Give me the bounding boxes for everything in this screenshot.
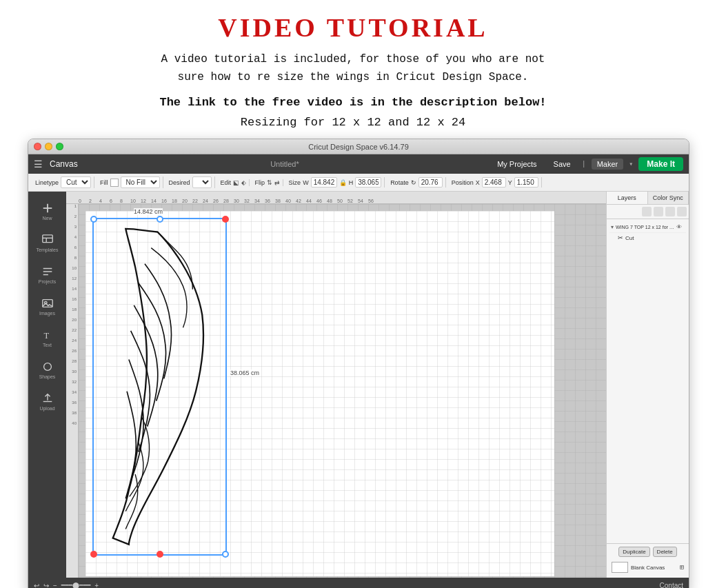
- right-panel-tabs: Layers Color Sync: [607, 192, 689, 205]
- title-bar: Cricut Design Space v6.14.79: [28, 139, 689, 154]
- layers-section: ▾ WING 7 TOP 12 x 12 for cri... 👁 ✂ Cut: [607, 219, 689, 245]
- cut-label: ✂ Cut: [609, 233, 686, 243]
- subtitle-text: A video tutorial is included, for those …: [28, 51, 678, 86]
- duplicate-btn[interactable]: Duplicate: [618, 547, 649, 557]
- panel-icon-3[interactable]: [665, 207, 675, 216]
- canvas-row: 1 2 3 4 6 8 10 12 14 16 18 20 22 24: [66, 204, 606, 578]
- make-it-btn[interactable]: Make It: [638, 157, 683, 171]
- wing-svg: [94, 221, 221, 549]
- sidebar-projects-tool[interactable]: Projects: [34, 261, 61, 288]
- toolbar: Linetype Cut Fill No Fill Desired Edit: [28, 174, 689, 192]
- menu-bar-left: ☰ Canvas: [34, 159, 78, 170]
- x-input[interactable]: 2.468: [482, 177, 506, 187]
- my-projects-btn[interactable]: My Projects: [492, 159, 542, 170]
- tab-title: Untitled*: [270, 160, 299, 168]
- dup-delete-btns: Duplicate Delete: [609, 547, 686, 557]
- layers-tab[interactable]: Layers: [607, 192, 648, 204]
- rotate-label: Rotate: [390, 179, 409, 186]
- minimize-button[interactable]: [45, 143, 52, 150]
- toolbar-fill: Fill No Fill: [97, 176, 163, 188]
- blank-canvas-label: Blank Canvas: [631, 565, 665, 571]
- eye-icon[interactable]: 👁: [676, 224, 682, 230]
- sidebar-new-tool[interactable]: New: [34, 197, 61, 225]
- sidebar-images-tool[interactable]: Images: [34, 292, 61, 320]
- workspace: New Templates Projects: [28, 192, 689, 578]
- save-btn[interactable]: Save: [548, 159, 576, 170]
- layer-1-name: WING 7 TOP 12 x 12 for cri...: [616, 225, 674, 230]
- svg-rect-2: [42, 234, 52, 242]
- zoom-in-btn[interactable]: +: [94, 582, 99, 588]
- title-bar-text: Cricut Design Space v6.14.79: [308, 143, 409, 151]
- color-sync-tab[interactable]: Color Sync: [648, 192, 689, 204]
- position-label: Position: [452, 179, 474, 186]
- toolbar-size: Size W 14.842 🔒 H 38.065: [286, 177, 385, 187]
- close-button[interactable]: [34, 143, 41, 150]
- desired-label: Desired: [169, 179, 190, 186]
- svg-text:T: T: [43, 331, 49, 341]
- rotate-input[interactable]: 20.76: [418, 177, 443, 187]
- layer-arrow-icon: ▾: [611, 224, 614, 230]
- toolbar-position: Position X 2.468 Y 1.150: [449, 177, 542, 187]
- page-container: VIDEO TUTORIAL A video tutorial is inclu…: [0, 0, 706, 588]
- zoom-out-btn[interactable]: −: [53, 582, 57, 588]
- redo-btn[interactable]: ↪: [43, 582, 49, 588]
- ruler-container: 0 2 4 6 8 10 12 14 16 18 20 22 24 26: [66, 192, 606, 578]
- bottom-bar: ↩ ↪ − ━━━⬤━━━ + Contact: [28, 578, 689, 588]
- delete-btn[interactable]: Delete: [653, 547, 677, 557]
- link-text: The link to the free video is in the des…: [28, 96, 678, 109]
- sidebar-templates-tool[interactable]: Templates: [34, 229, 61, 256]
- layer-item-1[interactable]: ▾ WING 7 TOP 12 x 12 for cri... 👁: [609, 222, 686, 233]
- menu-bar-right: My Projects Save | Maker ▾ Make It: [492, 157, 683, 171]
- menu-bar: ☰ Canvas Untitled* My Projects Save | Ma…: [28, 154, 689, 174]
- linetype-select[interactable]: Cut: [61, 176, 91, 188]
- size-label: Size: [289, 179, 301, 186]
- edit-label: Edit: [221, 179, 232, 186]
- cut-icon: ✂: [618, 234, 623, 241]
- svg-point-8: [43, 363, 51, 370]
- size-label-h: 14.842 cm: [134, 208, 163, 215]
- toolbar-edit: Edit ⬕ ⬖: [218, 179, 250, 186]
- flip-label: Flip: [255, 179, 265, 186]
- fill-label: Fill: [100, 179, 108, 186]
- panel-icon-2[interactable]: [654, 207, 663, 216]
- sidebar-text-tool[interactable]: T Text: [34, 324, 61, 352]
- undo-btn[interactable]: ↩: [34, 582, 39, 588]
- height-input[interactable]: 38.065: [355, 177, 381, 187]
- toolbar-rotate: Rotate ↻ 20.76: [387, 177, 446, 187]
- blank-canvas-rect: [612, 562, 628, 573]
- resize-text: Resizing for 12 x 12 and 12 x 24: [28, 116, 678, 129]
- ruler-marks-h: 0 2 4 6 8 10 12 14 16 18 20 22 24 26: [79, 199, 379, 203]
- cricut-window: Cricut Design Space v6.14.79 ☰ Canvas Un…: [28, 139, 689, 588]
- panel-icon-1[interactable]: [642, 207, 652, 216]
- sidebar-shapes-tool[interactable]: Shapes: [34, 356, 61, 383]
- contact-label: Contact: [660, 582, 683, 588]
- fill-color[interactable]: [110, 179, 119, 187]
- fill-select[interactable]: No Fill: [121, 176, 160, 188]
- toolbar-linetype: Linetype Cut: [32, 176, 94, 188]
- sidebar-upload-tool[interactable]: Upload: [34, 387, 61, 415]
- v-ruler: 1 2 3 4 6 8 10 12 14 16 18 20 22 24: [66, 204, 79, 578]
- canvas-area[interactable]: 14.842 cm 38.065 cm: [79, 204, 606, 578]
- panel-icon-4[interactable]: [677, 207, 687, 216]
- grid-icon[interactable]: ⊞: [680, 563, 684, 571]
- size-label-v: 38.065 cm: [230, 369, 259, 376]
- hamburger-icon[interactable]: ☰: [34, 159, 43, 170]
- width-input[interactable]: 14.842: [311, 177, 337, 187]
- toolbar-desired: Desired: [166, 176, 215, 188]
- desired-select[interactable]: [192, 176, 212, 188]
- toolbar-flip: Flip ⇅ ⇄: [252, 179, 283, 186]
- maker-btn[interactable]: Maker: [592, 159, 624, 170]
- right-panel: Layers Color Sync ▾ WING 7 TOP 12 x 12 f…: [606, 192, 689, 578]
- selection-handle-bc[interactable]: [157, 551, 163, 558]
- right-panel-bottom: Duplicate Delete Blank Canvas ⊞: [607, 543, 689, 578]
- main-title: VIDEO TUTORIAL: [28, 12, 678, 43]
- linetype-label: Linetype: [35, 179, 59, 186]
- left-sidebar: New Templates Projects: [28, 192, 66, 578]
- canvas-label: Canvas: [50, 159, 78, 169]
- maximize-button[interactable]: [56, 143, 63, 150]
- y-input[interactable]: 1.150: [514, 177, 538, 187]
- zoom-slider[interactable]: ━━━⬤━━━: [61, 582, 91, 588]
- h-ruler: 0 2 4 6 8 10 12 14 16 18 20 22 24 26: [66, 192, 606, 204]
- panel-icons: [607, 205, 689, 219]
- window-buttons: [34, 143, 63, 150]
